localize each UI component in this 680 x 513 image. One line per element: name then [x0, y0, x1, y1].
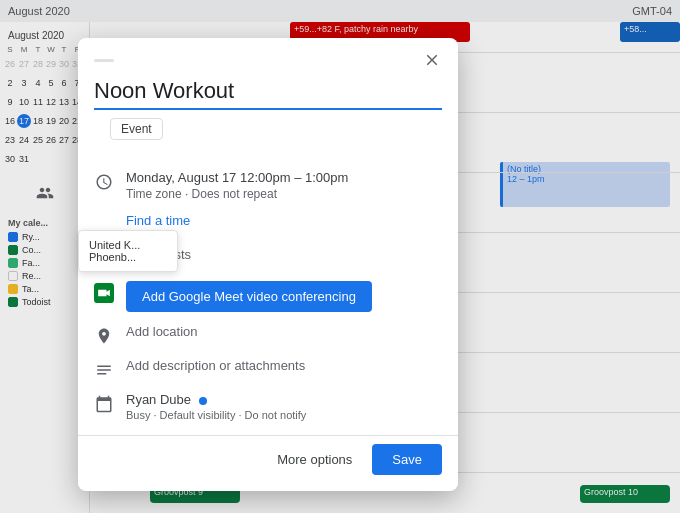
close-button[interactable] — [418, 46, 446, 74]
owner-name-text: Ryan Dube — [126, 392, 191, 407]
calendar-owner-sub: Busy · Default visibility · Do not notif… — [126, 409, 442, 421]
tz-line2: Phoenb... — [89, 251, 167, 263]
more-options-button[interactable]: More options — [265, 444, 364, 475]
date-time-content[interactable]: Monday, August 17 12:00pm – 1:00pm Time … — [126, 170, 442, 201]
tz-line1: United K... — [89, 239, 167, 251]
event-type-container: Event — [94, 118, 442, 152]
modal-footer: More options Save — [78, 435, 458, 475]
google-meet-row: Add Google Meet video conferencing — [78, 275, 458, 318]
event-title-input[interactable] — [94, 78, 442, 110]
add-description-text[interactable]: Add description or attachments — [126, 358, 305, 373]
calendar-icon — [95, 395, 113, 413]
add-description-row: Add description or attachments — [78, 352, 458, 386]
find-a-time-link[interactable]: Find a time — [126, 213, 190, 228]
clock-icon-container — [94, 172, 114, 192]
meet-button-label: Add Google Meet video conferencing — [142, 289, 356, 304]
description-icon — [95, 361, 113, 379]
add-meet-button[interactable]: Add Google Meet video conferencing — [126, 281, 372, 312]
close-icon — [423, 51, 441, 69]
clock-icon — [95, 173, 113, 191]
location-icon — [95, 327, 113, 345]
description-icon-container — [94, 360, 114, 380]
event-type-tag[interactable]: Event — [110, 118, 163, 140]
owner-dot — [199, 397, 207, 405]
location-icon-container — [94, 326, 114, 346]
timezone-tooltip: United K... Phoenb... — [78, 230, 178, 272]
save-button[interactable]: Save — [372, 444, 442, 475]
add-location-text[interactable]: Add location — [126, 324, 198, 339]
meet-camera-icon — [94, 283, 114, 303]
owner-content: Ryan Dube Busy · Default visibility · Do… — [126, 392, 442, 421]
add-location-row: Add location — [78, 318, 458, 352]
meet-icon-container — [94, 283, 114, 303]
modal-top-row — [78, 38, 458, 78]
drag-handle — [94, 59, 114, 62]
calendar-icon-container — [94, 394, 114, 414]
date-time-row: Monday, August 17 12:00pm – 1:00pm Time … — [78, 164, 458, 207]
date-time-text: Monday, August 17 12:00pm – 1:00pm — [126, 170, 442, 185]
timezone-text: Time zone · Does not repeat — [126, 187, 442, 201]
calendar-owner-row: Ryan Dube Busy · Default visibility · Do… — [78, 386, 458, 427]
calendar-owner-name: Ryan Dube — [126, 392, 442, 407]
